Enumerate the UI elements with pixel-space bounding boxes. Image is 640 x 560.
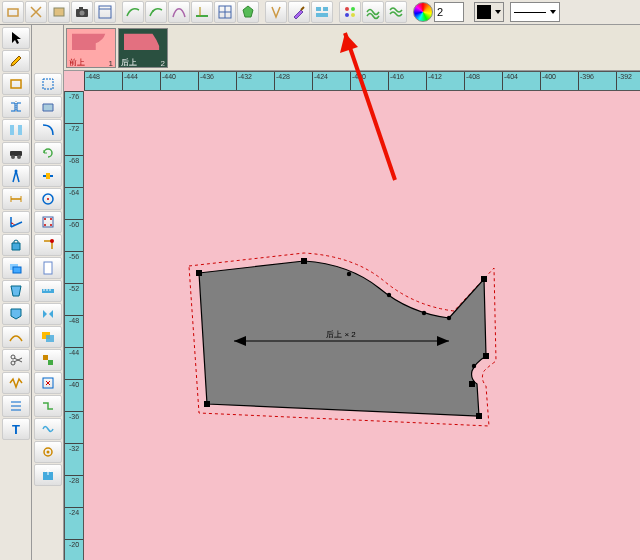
- wave-icon[interactable]: [362, 1, 384, 23]
- linestyle-dropdown[interactable]: [510, 2, 560, 22]
- join-icon[interactable]: [34, 395, 62, 417]
- svg-rect-20: [11, 80, 21, 88]
- svg-rect-13: [316, 7, 321, 11]
- svg-rect-37: [46, 173, 50, 179]
- select2-icon[interactable]: [34, 73, 62, 95]
- toolbtn-3[interactable]: [48, 1, 70, 23]
- grid-icon[interactable]: [214, 1, 236, 23]
- toolbtn-2[interactable]: [25, 1, 47, 23]
- pattern-thumb-2[interactable]: 后上 2: [118, 28, 168, 68]
- baseline-icon[interactable]: [191, 1, 213, 23]
- top-toolbar: [0, 0, 640, 25]
- rect-icon[interactable]: [2, 73, 30, 95]
- svg-point-19: [351, 13, 355, 17]
- brush-icon[interactable]: [288, 1, 310, 23]
- thread-icon[interactable]: [34, 418, 62, 440]
- ruler-tick: -436: [198, 72, 214, 90]
- pattern-label: 后上: [121, 57, 137, 68]
- svg-point-44: [50, 224, 52, 226]
- ruler-tick: -40: [65, 379, 83, 388]
- lines-icon[interactable]: [2, 395, 30, 417]
- svg-rect-28: [13, 267, 21, 273]
- ruler-tick: -48: [65, 315, 83, 324]
- transform-icon[interactable]: [34, 372, 62, 394]
- scissors-icon[interactable]: [2, 349, 30, 371]
- hflip-icon[interactable]: [34, 303, 62, 325]
- svg-point-45: [50, 239, 54, 243]
- piece1-icon[interactable]: [2, 280, 30, 302]
- svg-rect-62: [481, 276, 487, 282]
- car-icon[interactable]: [2, 142, 30, 164]
- pointer-icon[interactable]: [2, 27, 30, 49]
- pattern-num: 1: [109, 59, 113, 68]
- pattern-piece[interactable]: 后上 × 2: [174, 231, 504, 441]
- svg-rect-52: [46, 335, 54, 342]
- svg-point-41: [44, 218, 46, 220]
- snap-icon[interactable]: [34, 234, 62, 256]
- wave2-icon[interactable]: [385, 1, 407, 23]
- rotate-icon[interactable]: [34, 142, 62, 164]
- compass-icon[interactable]: [2, 165, 30, 187]
- align-icon[interactable]: [311, 1, 333, 23]
- piece3-icon[interactable]: [34, 96, 62, 118]
- svg-point-3: [80, 11, 85, 16]
- piece2-icon[interactable]: [2, 303, 30, 325]
- ruler-tick: -20: [65, 539, 83, 548]
- zigzag-icon[interactable]: [2, 372, 30, 394]
- grid2-icon[interactable]: [34, 211, 62, 233]
- svg-point-26: [14, 170, 17, 173]
- svg-rect-1: [54, 8, 64, 16]
- pencil-icon[interactable]: [2, 50, 30, 72]
- svg-point-42: [50, 218, 52, 220]
- angle-icon[interactable]: [2, 211, 30, 233]
- svg-point-18: [345, 13, 349, 17]
- pattern-num: 2: [161, 59, 165, 68]
- circle-icon[interactable]: [34, 188, 62, 210]
- ruler-tick: -400: [540, 72, 556, 90]
- ruler-tick: -432: [236, 72, 252, 90]
- overlap-icon[interactable]: [34, 326, 62, 348]
- ruler-tick: -440: [160, 72, 176, 90]
- ruler-tick: -428: [274, 72, 290, 90]
- bag-icon[interactable]: [2, 234, 30, 256]
- notch-icon[interactable]: [265, 1, 287, 23]
- color-wheel-icon[interactable]: [413, 2, 433, 22]
- window-icon[interactable]: [94, 1, 116, 23]
- pattern-thumb-1[interactable]: 前上 1: [66, 28, 116, 68]
- page-icon[interactable]: [34, 257, 62, 279]
- adjust-icon[interactable]: [34, 165, 62, 187]
- svg-rect-14: [323, 7, 328, 11]
- align2-icon[interactable]: [2, 119, 30, 141]
- curve4-icon[interactable]: [34, 119, 62, 141]
- bezier-icon[interactable]: [168, 1, 190, 23]
- canvas[interactable]: 后上 × 2: [84, 91, 640, 560]
- toolbtn-1[interactable]: [2, 1, 24, 23]
- export-icon[interactable]: [34, 464, 62, 486]
- ruler-tick: -56: [65, 251, 83, 260]
- svg-point-57: [46, 451, 49, 454]
- ruler-tick: -444: [122, 72, 138, 90]
- color-dropdown[interactable]: [474, 2, 504, 22]
- group-icon[interactable]: [34, 349, 62, 371]
- ruler-icon[interactable]: [34, 280, 62, 302]
- piece-label: 后上 × 2: [326, 330, 356, 339]
- ruler-tick: -72: [65, 123, 83, 132]
- pattern-label: 前上: [69, 57, 85, 68]
- ruler-tick: -392: [616, 72, 632, 90]
- layers-icon[interactable]: [2, 257, 30, 279]
- curve1-icon[interactable]: [122, 1, 144, 23]
- ruler-tick: -424: [312, 72, 328, 90]
- camera-icon[interactable]: [71, 1, 93, 23]
- shape-icon[interactable]: [237, 1, 259, 23]
- svg-rect-46: [44, 262, 52, 274]
- ruler-tick: -32: [65, 443, 83, 452]
- svg-rect-5: [99, 6, 111, 18]
- curve3-icon[interactable]: [2, 326, 30, 348]
- curve2-icon[interactable]: [145, 1, 167, 23]
- gear-icon[interactable]: [34, 441, 62, 463]
- text-icon[interactable]: T: [2, 418, 30, 440]
- number-input[interactable]: [434, 2, 464, 22]
- palette-icon[interactable]: [339, 1, 361, 23]
- mirror-icon[interactable]: [2, 96, 30, 118]
- measure-icon[interactable]: [2, 188, 30, 210]
